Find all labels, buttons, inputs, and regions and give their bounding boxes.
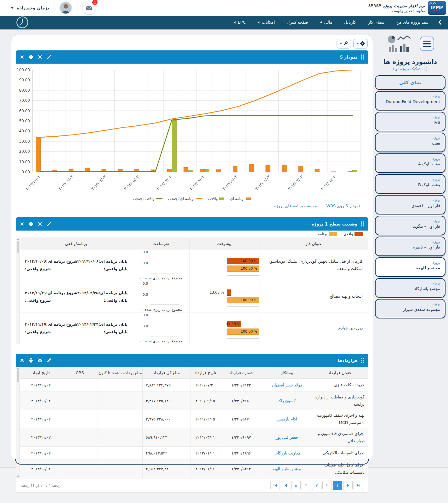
clock-icon[interactable] — [3, 16, 29, 29]
date-value: ۲۰۱۲/۱۱/۲۱ — [25, 291, 46, 295]
contract-total-cell: ۲,۶۵۸,۴۲۴,۸۲۰ — [143, 460, 190, 478]
page-button-۲[interactable]: ۲ — [322, 481, 332, 490]
sidebar-item-project-4[interactable]: پروژهبعثت بلوک B — [375, 174, 445, 194]
svg-text:۲۰۱۲/۱۱/۰۳: ۲۰۱۲/۱۱/۰۳ — [25, 174, 41, 191]
s-curve-title: نمودار S — [340, 54, 357, 60]
legend-label: برنامه — [318, 232, 327, 236]
status-widget-header[interactable]: وضعیت سطح 1 پروژه — [16, 217, 368, 231]
vertical-scrollbar[interactable] — [16, 367, 20, 478]
actual-start: شروع واقعی: — [24, 267, 77, 271]
close-icon[interactable] — [20, 55, 24, 59]
contractor-link[interactable]: معاونت بازرگانی — [265, 451, 309, 455]
sidebar-item-project-10[interactable]: پروژهمجموعه سعدی شیراز — [375, 299, 445, 318]
manhour-cell: 0.00.0مجموع برنامه ریزی شده : ۰ — [132, 312, 190, 344]
page-button-۳[interactable]: ۳ — [312, 481, 321, 490]
avatar[interactable] — [60, 2, 72, 14]
nav-item-4[interactable]: صفحه کنترل — [281, 16, 314, 29]
column-header: عنوان قرارداد — [312, 367, 368, 379]
page-button-۱[interactable]: ۱ — [333, 481, 342, 490]
contract-total-cell: ۷,۸۸۹,۱۲۴,۳۷۵ — [143, 379, 190, 392]
contractor-link[interactable]: فولاد تدبیر اصفهان — [265, 383, 309, 387]
table-row: خرید اسکلت فلزیفولاد تدبیر اصفهان۱/۳۴۰/۲… — [20, 379, 368, 392]
nav-item-2[interactable]: کارتابل — [338, 16, 362, 29]
axis-label: 0.0 — [143, 324, 148, 328]
cbs-cell — [62, 379, 98, 392]
nav-item-label: مالی — [324, 20, 332, 25]
sidebar-item-project-7[interactable]: پروژهفاز اول – ناصری — [375, 237, 445, 256]
contracts-title: قراردادها — [338, 358, 358, 363]
chart-link-0[interactable]: نمودار S روی WBS — [326, 203, 360, 208]
sidebar-item-project-0[interactable]: پروژهDorood Field Development — [375, 91, 445, 111]
contractor-cell: آکام پارمیس — [262, 410, 312, 428]
sidebar-menu-button[interactable] — [420, 37, 434, 51]
navbar-collapse-icon[interactable] — [434, 20, 445, 25]
nav-item-5[interactable]: امکانات — [252, 16, 281, 29]
notifications-button[interactable]: 1 — [82, 1, 96, 14]
edit-icon[interactable] — [47, 55, 51, 59]
date-label: پایان واقعی: — [104, 330, 128, 334]
last-page-button[interactable] — [354, 481, 363, 490]
gear-icon[interactable] — [38, 358, 42, 363]
user-name[interactable]: پژمان وحیدزاده — [17, 5, 49, 10]
nav-item-6[interactable]: EPC — [228, 16, 252, 29]
print-icon[interactable] — [29, 55, 33, 59]
sidebar-item-project-1[interactable]: پروژهIVS — [375, 112, 445, 131]
vertical-scrollbar[interactable] — [16, 238, 20, 344]
plan-end: پایان برنامه ای:۲۰۱۲/۱۰/۰۶ — [77, 259, 128, 264]
contracts-widget-header[interactable]: قراردادها — [16, 354, 368, 367]
close-icon[interactable] — [20, 358, 24, 362]
axis-label: 0.0 — [143, 261, 148, 265]
contractor-link[interactable]: پرشین طرح الهیه — [265, 466, 309, 471]
previous-page-button[interactable] — [281, 481, 290, 490]
sidebar-item-project-5[interactable]: پروژهفاز اول – احمدی — [375, 195, 445, 214]
contractor-link[interactable]: اکسون راک — [265, 398, 309, 403]
nav-item-0[interactable]: سبد پروژه های من — [390, 16, 434, 29]
contractor-link[interactable]: آکام پارمیس — [265, 417, 309, 421]
legend-label: واقعی — [208, 197, 218, 201]
page-button-۵[interactable]: ۵ — [291, 481, 301, 490]
legend-item-1: واقعی — [208, 197, 224, 201]
manhour-axis — [150, 282, 179, 305]
date-label: شروع واقعی: — [25, 330, 51, 334]
cbs-cell — [62, 392, 98, 410]
legend-item-3: واقعی تجمعی — [133, 197, 162, 201]
plan-start: شروع برنامه ای:۲۰۱۲/۱۰/۰۶ — [24, 259, 77, 264]
column-header: پیمانکار — [262, 367, 312, 379]
nav-item-1[interactable]: فضای کار — [362, 16, 390, 29]
drag-handle-icon[interactable] — [361, 358, 364, 363]
nav-item-3[interactable]: مالی — [314, 16, 338, 29]
page-button-۴[interactable]: ۴ — [302, 481, 311, 490]
sidebar-item-project-6[interactable]: پروژهفاز اول – بیگوند — [375, 216, 445, 235]
cbs-cell — [62, 428, 98, 447]
first-page-button[interactable] — [270, 481, 280, 490]
project-name: فاز اول – ناصری — [380, 245, 440, 249]
next-page-button[interactable] — [343, 481, 353, 490]
sidebar-item-overview[interactable]: نمای کلی — [375, 75, 445, 90]
settings-button[interactable] — [353, 39, 368, 49]
close-icon[interactable] — [20, 222, 24, 226]
user-menu-chevron-icon[interactable] — [11, 7, 14, 9]
progress-value: 100.00 % — [241, 298, 257, 302]
gear-icon[interactable] — [38, 55, 42, 59]
manhour-axis — [150, 250, 179, 273]
cbs-cell — [62, 460, 98, 478]
sidebar-item-project-8[interactable]: پروژهمجتمع الهیه — [375, 257, 445, 277]
chart-link-1[interactable]: مقایسه برنامه های پروژه — [274, 203, 317, 208]
s-curve-widget-header[interactable]: نمودار S — [16, 50, 368, 64]
manhour-mini-chart: 0.00.0 — [132, 250, 189, 273]
sidebar-item-project-3[interactable]: پروژهبعثت بلوک A — [375, 153, 445, 173]
progress-value: 44.19 % — [226, 322, 240, 326]
sidebar-item-project-2[interactable]: پروژهبعثت — [375, 133, 445, 152]
svg-text:10.00: 10.00 — [19, 160, 30, 164]
edit-icon[interactable] — [47, 222, 51, 226]
print-icon[interactable] — [29, 358, 33, 363]
contractor-link[interactable]: جعفر قلی پور — [265, 435, 309, 440]
sidebar-item-project-9[interactable]: پروژهمجتمع پاسارگاد — [375, 278, 445, 298]
gear-icon[interactable] — [38, 222, 42, 226]
drag-handle-icon[interactable] — [361, 221, 364, 226]
drag-handle-icon[interactable] — [361, 54, 364, 60]
print-icon[interactable] — [29, 222, 33, 226]
tools-button[interactable] — [337, 39, 351, 49]
edit-icon[interactable] — [47, 358, 51, 363]
nav-item-label: امکانات — [262, 20, 275, 25]
